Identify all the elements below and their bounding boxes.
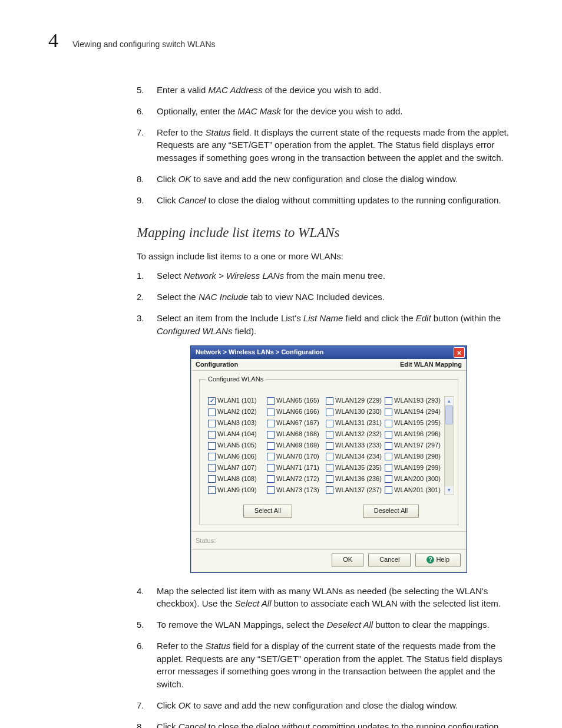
wlan-checkbox-item[interactable]: WLAN72 (172) [267, 475, 325, 484]
wlan-checkbox-item[interactable]: WLAN1 (101) [208, 396, 266, 406]
checkbox-icon[interactable] [208, 431, 216, 439]
config-label: Configuration [196, 360, 238, 370]
wlan-checkbox-item[interactable]: WLAN199 (299) [385, 463, 442, 473]
checkbox-icon[interactable] [326, 464, 333, 472]
wlan-checkbox-item[interactable]: WLAN6 (106) [208, 452, 266, 462]
wlan-checkbox-item[interactable]: WLAN3 (103) [208, 419, 266, 428]
cancel-button[interactable]: Cancel [368, 554, 411, 566]
checkbox-icon[interactable] [267, 475, 275, 483]
checkbox-icon[interactable] [208, 442, 216, 450]
wlan-checkbox-item[interactable]: WLAN73 (173) [267, 486, 325, 495]
wlan-checkbox-item[interactable]: WLAN4 (104) [208, 430, 266, 439]
checkbox-icon[interactable] [385, 453, 392, 460]
wlan-checkbox-item[interactable]: WLAN201 (301) [385, 486, 442, 495]
checkbox-icon[interactable] [267, 409, 275, 416]
checkbox-icon[interactable] [326, 431, 333, 439]
wlan-checkbox-item[interactable]: WLAN200 (300) [385, 475, 442, 484]
wlan-checkbox-item[interactable]: WLAN2 (102) [208, 407, 266, 417]
scroll-up-icon[interactable]: ▴ [445, 397, 454, 405]
step-item: 6.Optionally, enter the MAC Mask for the… [137, 105, 521, 118]
wlan-checkbox-item[interactable]: WLAN195 (295) [385, 419, 442, 428]
wlan-checkbox-item[interactable]: WLAN71 (171) [267, 463, 325, 473]
wlan-checkbox-item[interactable]: WLAN194 (294) [385, 407, 442, 417]
checkbox-icon[interactable] [267, 464, 275, 472]
checkbox-icon[interactable] [385, 442, 392, 450]
help-button[interactable]: ?Help [415, 554, 461, 566]
checkbox-icon[interactable] [326, 420, 333, 427]
checkbox-icon[interactable] [326, 486, 333, 494]
wlan-checkbox-item[interactable]: WLAN130 (230) [326, 407, 384, 417]
checkbox-icon[interactable] [267, 486, 275, 494]
help-label: Help [436, 556, 449, 563]
scroll-thumb[interactable] [445, 406, 453, 424]
checkbox-icon[interactable] [267, 420, 275, 427]
steps-list-mid: 1.Select Network > Wireless LANs from th… [137, 269, 521, 337]
checkbox-icon[interactable] [208, 475, 216, 483]
select-all-button[interactable]: Select All [243, 505, 292, 518]
checkbox-icon[interactable] [385, 431, 392, 439]
wlan-checkbox-item[interactable]: WLAN67 (167) [267, 419, 325, 428]
wlan-label: WLAN193 (293) [394, 396, 441, 406]
step-item: 8.Click Cancel to close the dialog witho… [137, 720, 521, 728]
wlan-label: WLAN66 (166) [276, 407, 319, 417]
checkbox-icon[interactable] [326, 442, 333, 450]
wlan-checkbox-item[interactable]: WLAN135 (235) [326, 463, 384, 473]
wlan-checkbox-item[interactable]: WLAN134 (234) [326, 452, 384, 462]
checkbox-icon[interactable] [326, 475, 333, 483]
checkbox-icon[interactable] [326, 409, 333, 416]
checkbox-icon[interactable] [267, 431, 275, 439]
checkbox-icon[interactable] [208, 397, 216, 405]
wlan-checkbox-item[interactable]: WLAN129 (229) [326, 396, 384, 406]
wlan-checkbox-item[interactable]: WLAN7 (107) [208, 463, 266, 473]
checkbox-icon[interactable] [326, 397, 333, 405]
wlan-checkbox-item[interactable]: WLAN5 (105) [208, 441, 266, 450]
intro-line: To assign include list items to a one or… [137, 250, 521, 263]
wlan-checkbox-item[interactable]: WLAN136 (236) [326, 475, 384, 484]
wlan-checkbox-item[interactable]: WLAN196 (296) [385, 430, 442, 439]
wlan-checkbox-item[interactable]: WLAN70 (170) [267, 452, 325, 462]
wlan-checkbox-item[interactable]: WLAN198 (298) [385, 452, 442, 462]
checkbox-icon[interactable] [208, 486, 216, 494]
checkbox-icon[interactable] [385, 486, 392, 494]
steps-list-top: 5.Enter a valid MAC Address of the devic… [137, 84, 521, 206]
wlan-checkbox-item[interactable]: WLAN68 (168) [267, 430, 325, 439]
wlan-checkbox-item[interactable]: WLAN137 (237) [326, 486, 384, 495]
checkbox-icon[interactable] [267, 442, 275, 450]
checkbox-icon[interactable] [208, 409, 216, 416]
edit-wlan-mapping-dialog: Network > Wireless LANs > Configuration … [190, 345, 467, 572]
checkbox-icon[interactable] [267, 397, 275, 405]
checkbox-icon[interactable] [385, 464, 392, 472]
scrollbar-vertical[interactable]: ▴ ▾ [444, 396, 454, 495]
wlan-checkbox-item[interactable]: WLAN9 (109) [208, 486, 266, 495]
ok-button[interactable]: OK [332, 554, 363, 566]
checkbox-icon[interactable] [385, 475, 392, 483]
wlan-checkbox-item[interactable]: WLAN131 (231) [326, 419, 384, 428]
checkbox-icon[interactable] [385, 397, 392, 405]
checkbox-icon[interactable] [208, 420, 216, 427]
wlan-checkbox-item[interactable]: WLAN133 (233) [326, 441, 384, 450]
checkbox-icon[interactable] [326, 453, 333, 460]
checkbox-icon[interactable] [385, 420, 392, 427]
step-item: 5.To remove the WLAN Mappings, select th… [137, 618, 521, 631]
checkbox-icon[interactable] [267, 453, 275, 460]
wlan-label: WLAN73 (173) [276, 486, 319, 495]
wlan-label: WLAN201 (301) [394, 486, 441, 495]
help-icon: ? [427, 556, 434, 564]
deselect-all-button[interactable]: Deselect All [363, 505, 419, 518]
wlan-label: WLAN69 (169) [276, 441, 319, 450]
wlan-checkbox-item[interactable]: WLAN8 (108) [208, 475, 266, 484]
checkbox-icon[interactable] [385, 409, 392, 416]
wlan-checkbox-item[interactable]: WLAN69 (169) [267, 441, 325, 450]
wlan-label: WLAN70 (170) [276, 452, 319, 462]
wlan-checkbox-item[interactable]: WLAN65 (165) [267, 396, 325, 406]
wlan-label: WLAN2 (102) [217, 407, 257, 417]
wlan-checkbox-item[interactable]: WLAN132 (232) [326, 430, 384, 439]
wlan-checkbox-item[interactable]: WLAN197 (297) [385, 441, 442, 450]
wlan-label: WLAN7 (107) [217, 463, 257, 473]
wlan-checkbox-item[interactable]: WLAN66 (166) [267, 407, 325, 417]
checkbox-icon[interactable] [208, 464, 216, 472]
scroll-down-icon[interactable]: ▾ [445, 486, 454, 495]
checkbox-icon[interactable] [208, 453, 216, 460]
close-icon[interactable]: × [454, 347, 465, 358]
wlan-checkbox-item[interactable]: WLAN193 (293) [385, 396, 442, 406]
